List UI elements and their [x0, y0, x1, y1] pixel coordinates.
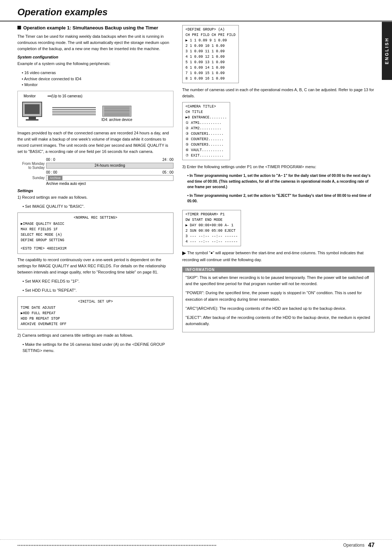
normal-rec-row4: DEFINE GROUP SETTING [21, 238, 170, 243]
symbol-note-text: The symbol "●" will appear between the s… [182, 250, 364, 262]
content-area: Operation example 1: Simultaneous Backup… [0, 25, 392, 357]
initial-row4: ARCHIVE OVERWRITE OFF [21, 321, 170, 327]
info-box: INFORMATION "SKIP": This is set when tim… [182, 267, 375, 332]
normal-rec-row2: MAX REC FIELDS 1F [21, 227, 170, 232]
timeline-sunday-bar: Archive [46, 175, 173, 181]
info-skip: "SKIP": This is set when timer recording… [185, 275, 371, 287]
normal-rec-row3: SELECT REC MODE (A) [21, 232, 170, 238]
page-header: Operation examples [0, 0, 392, 21]
list-item: Archive device connected to ID4 [22, 76, 173, 82]
sunday-end-time: 05 : 00 [162, 170, 173, 174]
initial-row3: HDD PB REPEAT STOP [21, 316, 170, 321]
timeline-time-top: 00 : 0 24 : 00 [17, 158, 173, 162]
info-arc: "ARC"(ARCHIVE): The recording contents o… [185, 305, 371, 312]
set-hdd-full: • Set HDD FULL to "REPEAT". [17, 287, 173, 293]
timeline-bar-label: 24-hours recording [95, 163, 125, 167]
diagram-dots-label: •••(Up to 16 cameras) [48, 94, 82, 98]
camera-title-title: <CAMERA TITLE> [185, 104, 227, 109]
archive-caption: Archive media auto eject [46, 182, 86, 186]
make-settings-note: • Make the settings for the 16 cameras l… [17, 341, 173, 354]
set-max-rec: • Set MAX REC FIELDS to "1F". [17, 278, 173, 284]
ct-row3: ③ COUNTER1....... [185, 131, 227, 137]
ct-row2: ② ATM2.......... [185, 126, 227, 131]
left-column: Operation example 1: Simultaneous Backup… [17, 25, 173, 357]
info-eject: "EJECT": After backup of the recording c… [185, 315, 371, 327]
timer-program-title: <TIMER PROGRAM> P1 [185, 212, 238, 217]
sunday-start-time: 00 : 00 [46, 170, 57, 174]
dg-row2: 3 1 0.09 11 1 0.09 [185, 49, 236, 54]
english-tab: ENGLISH [382, 22, 392, 80]
footer-dots: ••••••••••••••••••••••••••••••••••••••••… [17, 543, 217, 547]
info-power: "POWER": During the specified time, the … [185, 290, 371, 302]
dg-row6: 7 1 0.09 15 1 0.09 [185, 70, 236, 76]
body4-text: 2) Camera settings and camera title sett… [17, 332, 173, 339]
list-item: Monitor [22, 82, 173, 88]
timeline-main-label: From Mondayto Sunday [17, 162, 45, 170]
ct-row0: ▶0 ENTRANCE........ [185, 115, 227, 120]
timer-note2: • In Timer programming number 2, set the… [182, 193, 375, 204]
section1-title: Operation example 1: Simultaneous Backup… [23, 25, 158, 31]
dvr-shape [102, 106, 131, 117]
tp-row1: 2 SUN 00:00 05:00 EJECT [185, 228, 238, 234]
dg-row4: 5 1 0.09 13 1 0.09 [185, 60, 236, 65]
normal-rec-estd: <ESTD TIME> 48D21H31M [21, 246, 170, 251]
symbol-note: ▶ The symbol "●" will appear between the… [182, 249, 375, 263]
right-body2: 3) Enter the following settings under P1… [182, 164, 375, 170]
timeline-main-row: From Mondayto Sunday 24-hours recording [17, 162, 173, 170]
info-box-content: "SKIP": This is set when timer recording… [183, 272, 374, 332]
footer-operations: Operations [343, 543, 365, 548]
tp-row3: 4 --- --:-- --:-- ------ [185, 239, 238, 244]
page-footer: ••••••••••••••••••••••••••••••••••••••••… [0, 539, 392, 548]
timeline-sunday-times: 00 : 00 05 : 00 [17, 170, 173, 174]
body2-text: Images provided by each of the connected… [17, 130, 173, 155]
define-group-header: CH PRI FILD CH PRI FILD [185, 32, 236, 38]
dg-row1: 2 1 0.09 10 1 0.09 [185, 43, 236, 49]
ct-row1: ① ATM1.......... [185, 120, 227, 126]
ct-row6: ⑥ VAULT.......... [185, 147, 227, 153]
camera-title-header: CH TITLE [185, 109, 227, 115]
timeline-main-bar: 24-hours recording [46, 163, 173, 169]
settings-title: Settings [17, 189, 173, 193]
peripherals-list: 16 video cameras Archive device connecte… [17, 70, 173, 88]
camera-title-box: <CAMERA TITLE> CH TITLE ▶0 ENTRANCE.....… [182, 102, 230, 160]
timer-program-header: DW START END MODE [185, 217, 238, 223]
timer-note1: • In Timer programming number 1, set the… [182, 173, 375, 190]
page-title: Operation examples [17, 7, 375, 18]
section1-intro: The Timer can be used for making weekly … [17, 33, 173, 52]
timeline-diagram: 00 : 0 24 : 00 From Mondayto Sunday 24-h… [17, 158, 173, 186]
list-item: 16 video cameras [22, 70, 173, 76]
info-box-header: INFORMATION [183, 267, 374, 272]
define-group-title: <DEFINE GROUP> (A) [185, 27, 236, 32]
ct-row5: ⑤ COUNTER3....... [185, 142, 227, 147]
system-config-title: System configuration [17, 55, 173, 59]
timer-program-box: <TIMER PROGRAM> P1 DW START END MODE ▶ D… [182, 210, 241, 246]
normal-rec-title: <NORMAL REC SETTING> [21, 215, 170, 220]
normal-rec-screen: <NORMAL REC SETTING> ▶IMAGE QUALITY BASI… [17, 212, 173, 254]
set-image-quality: • Set IMAGE QUALITY to "BASIC". [17, 203, 173, 210]
tp-row2: 3 --- --:-- --:-- ------ [185, 234, 238, 239]
timeline-start-time: 00 : 0 [46, 158, 55, 162]
system-config-desc: Example of a system using the following … [17, 61, 173, 67]
body3-text: The capability to record continuously ov… [17, 257, 173, 275]
archive-caption-row: Archive media auto eject [17, 182, 173, 186]
tp-row0: ▶ DAY 00:00•00:00 A– 1 [185, 223, 238, 228]
ct-row7: ⑦ EXIT........... [185, 153, 227, 158]
timeline-sunday-row: Sunday Archive [17, 175, 173, 181]
settings-desc: 1) Record settings are made as follows. [17, 194, 173, 200]
normal-rec-row1: ▶IMAGE QUALITY BASIC [21, 221, 170, 227]
define-group-box: <DEFINE GROUP> (A) CH PRI FILD CH PRI FI… [182, 25, 239, 83]
monitor-label: Monitor [24, 94, 36, 98]
system-diagram: Monitor •••(Up to 16 cameras) [17, 91, 173, 127]
right-column: <DEFINE GROUP> (A) CH PRI FILD CH PRI FI… [182, 25, 375, 357]
right-body1: The number of cameras used in each of th… [182, 87, 375, 99]
section1-heading: Operation example 1: Simultaneous Backup… [17, 25, 173, 31]
black-square-icon [17, 26, 21, 29]
initial-row2: ▶HDD FULL REPEAT [21, 311, 170, 316]
timeline-end-time: 24 : 00 [162, 158, 173, 162]
initial-setup-title: <INITIAL SET UP> [21, 299, 170, 304]
dg-row0: ▶ 1 1 0.09 9 1 0.09 [185, 38, 236, 43]
archive-button[interactable]: Archive [48, 176, 62, 180]
sunday-label: Sunday [17, 176, 45, 180]
dg-row5: 6 1 0.09 14 1 0.09 [185, 65, 236, 70]
ct-row4: ④ COUNTER2....... [185, 137, 227, 142]
